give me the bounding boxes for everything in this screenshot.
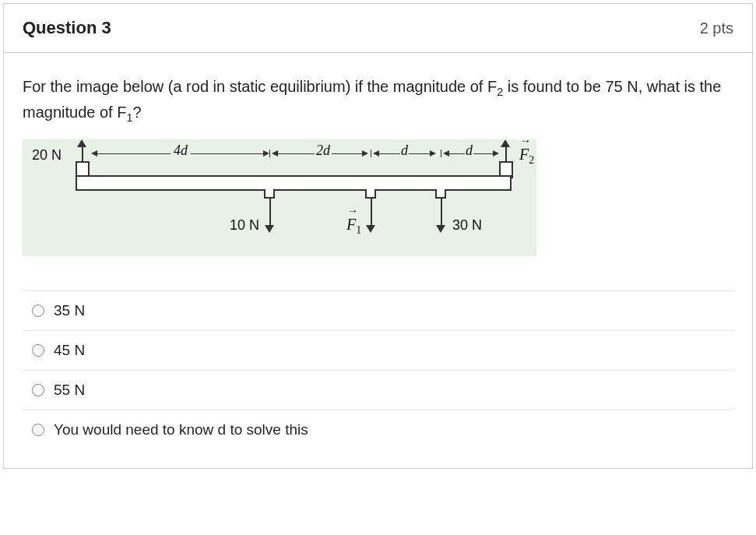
force-f1-label: F1: [346, 216, 361, 237]
arrow-10n-head-icon: [265, 225, 274, 233]
radio-icon[interactable]: [32, 424, 44, 436]
question-header: Question 3 2 pts: [4, 4, 752, 53]
option-3[interactable]: 55 N: [23, 370, 733, 410]
answer-options: 35 N 45 N 55 N You would need to know d …: [23, 284, 733, 449]
hang-point-1: [264, 189, 275, 199]
arrow-f1-head-icon: [366, 225, 375, 233]
dim-tick-3: [441, 150, 441, 157]
force-20n-label: 20 N: [32, 147, 62, 164]
option-3-label: 55 N: [54, 382, 85, 399]
prompt-text-3: ?: [132, 104, 141, 121]
option-4[interactable]: You would need to know d to solve this: [23, 410, 733, 449]
force-f2-label: F2: [519, 146, 534, 167]
option-1[interactable]: 35 N: [23, 290, 733, 330]
radio-icon[interactable]: [32, 304, 44, 317]
arrow-f2-up-icon: [505, 146, 507, 161]
question-card: Question 3 2 pts For the image below (a …: [3, 3, 753, 469]
dim-d1-right-arrow-icon: [430, 150, 436, 157]
arrow-10n-down-icon: [269, 199, 271, 227]
question-prompt: For the image below (a rod in static equ…: [23, 75, 733, 127]
rod-diagram: 20 N F2 4d 2d d: [23, 139, 536, 256]
prompt-text-1: For the image below (a rod in static equ…: [23, 78, 497, 95]
arrow-30n-down-icon: [441, 199, 442, 227]
arrow-f1-down-icon: [371, 199, 372, 227]
dim-d2-label: d: [465, 143, 473, 159]
dim-4d-label: 4d: [171, 143, 191, 159]
option-1-label: 35 N: [54, 302, 85, 319]
dim-4d-right-arrow-icon: [263, 150, 269, 157]
dim-2d-right-arrow-icon: [362, 150, 368, 157]
option-2-label: 45 N: [54, 342, 85, 359]
dim-d2-right-arrow-icon: [493, 150, 499, 157]
question-body: For the image below (a rod in static equ…: [4, 53, 752, 468]
radio-icon[interactable]: [32, 344, 44, 357]
arrow-f2-head-icon: [501, 139, 510, 147]
force-10n-label: 10 N: [230, 217, 259, 234]
dim-d1-label: d: [400, 143, 409, 159]
arrow-20n-head-icon: [77, 139, 86, 147]
hang-point-3: [435, 189, 446, 199]
beam: [76, 175, 512, 191]
dim-2d-label: 2d: [315, 143, 332, 159]
dim-tick-2: [371, 150, 371, 157]
prompt-sub-1: 2: [497, 86, 503, 98]
arrow-30n-head-icon: [436, 225, 445, 233]
force-30n-label: 30 N: [452, 217, 482, 234]
question-number: Question 3: [23, 18, 111, 38]
option-4-label: You would need to know d to solve this: [54, 421, 308, 438]
option-2[interactable]: 45 N: [23, 330, 733, 370]
hang-point-2: [365, 189, 376, 199]
question-points: 2 pts: [700, 19, 733, 37]
arrow-20n-up-icon: [82, 146, 83, 161]
dim-tick-1: [269, 150, 270, 157]
radio-icon[interactable]: [32, 384, 44, 396]
